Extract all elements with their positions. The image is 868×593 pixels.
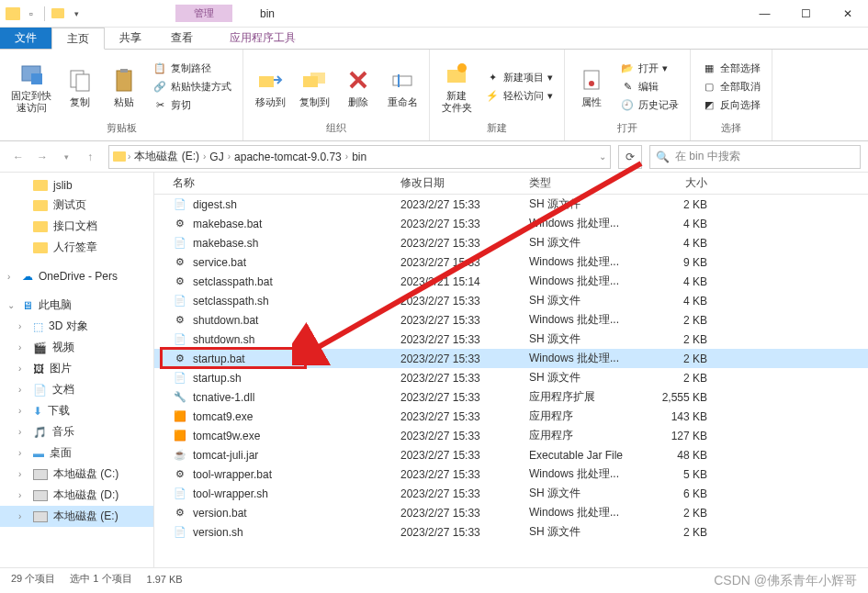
file-row[interactable]: 🔧tcnative-1.dll2023/2/27 15:33应用程序扩展2,55… bbox=[154, 387, 868, 407]
file-name: tomcat9.exe bbox=[193, 410, 253, 423]
file-name: makebase.sh bbox=[193, 237, 258, 250]
file-row[interactable]: ⚙setclasspath.bat2023/3/21 15:14Windows … bbox=[154, 272, 868, 291]
col-date[interactable]: 修改日期 bbox=[393, 175, 522, 191]
crumb-2[interactable]: apache-tomcat-9.0.73 bbox=[232, 151, 344, 163]
new-folder-button[interactable]: 新建 文件夹 bbox=[437, 57, 476, 116]
maximize-button[interactable]: ☐ bbox=[785, 0, 827, 28]
file-row[interactable]: 📄startup.sh2023/2/27 15:33SH 源文件2 KB bbox=[154, 368, 868, 387]
nav-documents[interactable]: ›📄文档 bbox=[0, 379, 153, 400]
qat-new-folder-icon[interactable] bbox=[51, 6, 65, 21]
nav-renxing[interactable]: 人行签章 bbox=[0, 237, 153, 258]
file-name: version.sh bbox=[193, 526, 243, 539]
file-list[interactable]: 名称 修改日期 类型 大小 📄digest.sh2023/2/27 15:33S… bbox=[154, 173, 868, 567]
properties-button[interactable]: 属性 bbox=[572, 63, 611, 110]
forward-button[interactable]: → bbox=[31, 146, 53, 168]
copy-to-button[interactable]: 复制到 bbox=[295, 63, 333, 110]
file-row[interactable]: 📄shutdown.sh2023/2/27 15:33SH 源文件2 KB bbox=[154, 330, 868, 349]
copy-button[interactable]: 复制 bbox=[61, 63, 99, 110]
col-name[interactable]: 名称 bbox=[154, 175, 393, 191]
watermark: CSDN @佛系青年小辉哥 bbox=[714, 573, 857, 589]
file-type: 应用程序 bbox=[522, 408, 641, 424]
invert-selection-button[interactable]: ◩反向选择 bbox=[698, 96, 764, 113]
file-row[interactable]: ☕tomcat-juli.jar2023/2/27 15:33Executabl… bbox=[154, 445, 868, 464]
nav-downloads[interactable]: ›⬇下载 bbox=[0, 400, 153, 421]
tab-file[interactable]: 文件 bbox=[0, 28, 51, 49]
history-button[interactable]: 🕘历史记录 bbox=[616, 96, 682, 113]
copy-path-button[interactable]: 📋复制路径 bbox=[149, 60, 235, 76]
select-all-button[interactable]: ▦全部选择 bbox=[698, 60, 764, 76]
file-row[interactable]: ⚙version.bat2023/2/27 15:33Windows 批处理..… bbox=[154, 503, 868, 522]
edit-button[interactable]: ✎编辑 bbox=[616, 78, 682, 95]
file-size: 2 KB bbox=[641, 526, 715, 539]
paste-shortcut-button[interactable]: 🔗粘贴快捷方式 bbox=[149, 78, 235, 95]
pin-to-quick-access-button[interactable]: 固定到快 速访问 bbox=[7, 57, 55, 116]
file-icon: 📄 bbox=[173, 236, 187, 251]
file-row[interactable]: ⚙service.bat2023/2/27 15:33Windows 批处理..… bbox=[154, 252, 868, 272]
nav-videos[interactable]: ›🎬视频 bbox=[0, 337, 153, 358]
file-type: Windows 批处理... bbox=[522, 466, 641, 482]
paste-button[interactable]: 粘贴 bbox=[105, 63, 143, 110]
file-row[interactable]: 📄tool-wrapper.sh2023/2/27 15:33SH 源文件6 K… bbox=[154, 484, 868, 503]
delete-button[interactable]: 删除 bbox=[339, 63, 378, 110]
breadcrumb-dropdown[interactable]: ⌄ bbox=[599, 151, 606, 162]
recent-dropdown[interactable]: ▾ bbox=[55, 146, 77, 168]
crumb-3[interactable]: bin bbox=[350, 151, 368, 163]
crumb-drive[interactable]: 本地磁盘 (E:) bbox=[132, 149, 201, 164]
select-none-button[interactable]: ▢全部取消 bbox=[698, 78, 764, 95]
open-button[interactable]: 📂打开 ▾ bbox=[616, 60, 682, 76]
file-row[interactable]: 📄setclasspath.sh2023/2/27 15:33SH 源文件4 K… bbox=[154, 291, 868, 310]
file-row[interactable]: ⚙shutdown.bat2023/2/27 15:33Windows 批处理.… bbox=[154, 310, 868, 330]
nav-api-doc[interactable]: 接口文档 bbox=[0, 216, 153, 237]
file-size: 9 KB bbox=[641, 256, 715, 269]
properties-icon bbox=[577, 65, 606, 95]
svg-point-14 bbox=[589, 81, 594, 86]
back-button[interactable]: ← bbox=[7, 146, 29, 168]
cut-button[interactable]: ✂剪切 bbox=[149, 96, 235, 113]
refresh-button[interactable]: ⟳ bbox=[618, 145, 642, 169]
nav-jslib[interactable]: jslib bbox=[0, 176, 153, 195]
nav-drive-e[interactable]: ›本地磁盘 (E:) bbox=[0, 506, 153, 527]
search-input[interactable]: 🔍 在 bin 中搜索 bbox=[649, 145, 861, 169]
nav-music[interactable]: ›🎵音乐 bbox=[0, 421, 153, 442]
col-size[interactable]: 大小 bbox=[641, 175, 715, 191]
tab-home[interactable]: 主页 bbox=[51, 28, 105, 50]
easy-access-button[interactable]: ⚡轻松访问 ▾ bbox=[481, 87, 557, 104]
crumb-1[interactable]: GJ bbox=[208, 151, 225, 163]
nav-this-pc[interactable]: ⌄🖥此电脑 bbox=[0, 295, 153, 316]
minimize-button[interactable]: — bbox=[744, 0, 785, 28]
status-selected-size: 1.97 KB bbox=[147, 574, 183, 585]
file-row[interactable]: 📄makebase.sh2023/2/27 15:33SH 源文件4 KB bbox=[154, 233, 868, 252]
nav-desktop[interactable]: ›▬桌面 bbox=[0, 442, 153, 464]
tab-view[interactable]: 查看 bbox=[156, 28, 208, 49]
nav-test-page[interactable]: 测试页 bbox=[0, 195, 153, 216]
nav-3d-objects[interactable]: ›⬚3D 对象 bbox=[0, 316, 153, 337]
nav-onedrive[interactable]: ›☁OneDrive - Pers bbox=[0, 267, 153, 285]
new-item-button[interactable]: ✦新建项目 ▾ bbox=[481, 69, 557, 85]
file-row[interactable]: 🟧tomcat9w.exe2023/2/27 15:33应用程序127 KB bbox=[154, 426, 868, 445]
col-type[interactable]: 类型 bbox=[522, 175, 641, 191]
tab-share[interactable]: 共享 bbox=[105, 28, 156, 49]
navigation-pane[interactable]: jslib 测试页 接口文档 人行签章 ›☁OneDrive - Pers ⌄🖥… bbox=[0, 173, 154, 567]
file-row[interactable]: ⚙tool-wrapper.bat2023/2/27 15:33Windows … bbox=[154, 464, 868, 484]
file-row[interactable]: 📄digest.sh2023/2/27 15:33SH 源文件2 KB bbox=[154, 195, 868, 214]
close-button[interactable]: ✕ bbox=[827, 0, 868, 28]
qat-customize-dropdown[interactable]: ▾ bbox=[69, 6, 84, 21]
file-row[interactable]: ⚙startup.bat2023/2/27 15:33Windows 批处理..… bbox=[154, 349, 868, 368]
file-size: 2 KB bbox=[641, 333, 715, 346]
file-size: 2 KB bbox=[641, 372, 715, 385]
column-headers[interactable]: 名称 修改日期 类型 大小 bbox=[154, 173, 868, 195]
qat-properties-icon[interactable]: ▫ bbox=[24, 6, 39, 21]
tab-app-tools[interactable]: 应用程序工具 bbox=[215, 28, 310, 49]
move-to-button[interactable]: 移动到 bbox=[251, 63, 289, 110]
rename-icon bbox=[388, 65, 417, 95]
file-row[interactable]: ⚙makebase.bat2023/2/27 15:33Windows 批处理.… bbox=[154, 214, 868, 233]
nav-drive-c[interactable]: ›本地磁盘 (C:) bbox=[0, 464, 153, 485]
breadcrumb[interactable]: › 本地磁盘 (E:)› GJ› apache-tomcat-9.0.73› b… bbox=[108, 145, 611, 169]
file-row[interactable]: 🟧tomcat9.exe2023/2/27 15:33应用程序143 KB bbox=[154, 407, 868, 426]
file-date: 2023/2/27 15:33 bbox=[393, 198, 522, 211]
nav-pictures[interactable]: ›🖼图片 bbox=[0, 358, 153, 379]
file-row[interactable]: 📄version.sh2023/2/27 15:33SH 源文件2 KB bbox=[154, 522, 868, 542]
nav-drive-d[interactable]: ›本地磁盘 (D:) bbox=[0, 485, 153, 506]
rename-button[interactable]: 重命名 bbox=[383, 63, 422, 110]
up-button[interactable]: ↑ bbox=[79, 146, 101, 168]
